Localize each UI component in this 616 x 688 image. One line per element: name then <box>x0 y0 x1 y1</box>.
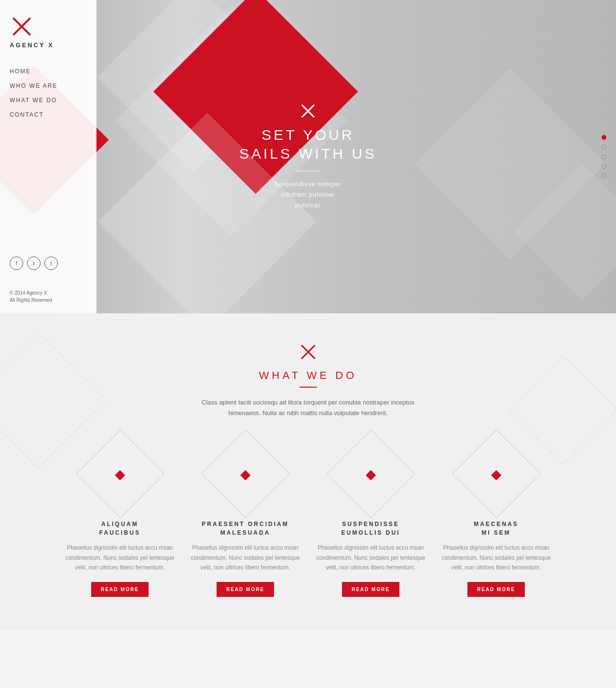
analytics-icon: ◆ <box>491 466 502 482</box>
card-diamond-1: ◆ <box>76 430 164 518</box>
nav-what-we-do[interactable]: WHAT WE DO <box>10 97 87 104</box>
nav-dot-3[interactable] <box>602 154 606 159</box>
card-1-text: Phasellus dignissim elit luctus accu msa… <box>65 543 176 572</box>
card-2: ◆ PRAESENT ORCIDIAMMALESUADA Phasellus d… <box>190 443 301 597</box>
compass-icon: ◆ <box>366 466 376 482</box>
nav-dots <box>602 135 606 178</box>
nav-home[interactable]: HOME <box>10 68 87 75</box>
globe-icon: ◆ <box>115 466 125 482</box>
main-nav: HOME WHO WE ARE WHAT WE DO CONTACT <box>0 68 96 118</box>
section-title: WHAT WE DO <box>10 369 606 382</box>
tumblr-icon[interactable]: t <box>44 256 58 270</box>
card-2-text: Phasellus dignissim elit luctus accu msa… <box>190 543 301 572</box>
hero-section: AGENCY X HOME WHO WE ARE WHAT WE DO CONT… <box>0 0 616 313</box>
section-divider <box>300 387 317 388</box>
card-3: ◆ SUSPENDISSEEUMOLLIS DUI Phasellus dign… <box>315 443 426 597</box>
card-diamond-2: ◆ <box>201 430 290 518</box>
card-1: ◆ ALIQUAMFAUCIBUS Phasellus dignissim el… <box>65 443 176 597</box>
section-description: Class aptent taciti sociosqu ad litora t… <box>188 397 429 418</box>
chat-icon: ◆ <box>240 466 251 482</box>
sidebar: AGENCY X HOME WHO WE ARE WHAT WE DO CONT… <box>0 0 96 313</box>
card-3-text: Phasellus dignissim elit luctus accu msa… <box>315 543 426 572</box>
logo: AGENCY X <box>0 0 96 54</box>
card-2-title: PRAESENT ORCIDIAMMALESUADA <box>190 520 301 537</box>
hero-divider <box>296 171 320 171</box>
hero-content: SET YOUR SAILS WITH US Suspendisse sempe… <box>239 102 377 211</box>
copyright: © 2014 Agency XAll Rights Reserved <box>10 289 52 304</box>
nav-dot-1[interactable] <box>602 135 606 140</box>
card-1-btn[interactable]: READ MORE <box>91 582 149 597</box>
card-3-btn[interactable]: READ MORE <box>342 582 399 597</box>
nav-dot-4[interactable] <box>602 164 606 169</box>
card-4-title: MAECENASMI SEM <box>441 520 552 537</box>
facebook-icon[interactable]: f <box>10 256 23 270</box>
cards-row: ◆ ALIQUAMFAUCIBUS Phasellus dignissim el… <box>43 443 574 597</box>
hero-subtitle: Suspendisse semper nibdiam pulvinar pulv… <box>239 179 377 211</box>
hero-title: SET YOUR SAILS WITH US <box>239 125 377 163</box>
nav-dot-5[interactable] <box>602 174 606 178</box>
hero-x-logo <box>299 102 316 120</box>
card-3-title: SUSPENDISSEEUMOLLIS DUI <box>315 520 426 537</box>
card-2-btn[interactable]: READ MORE <box>217 582 274 597</box>
brand-name: AGENCY X <box>10 41 54 49</box>
logo-x-icon <box>10 14 34 39</box>
card-diamond-4: ◆ <box>452 430 541 518</box>
section-x-logo <box>299 342 318 362</box>
social-icons: f t t <box>10 256 58 270</box>
card-4: ◆ MAECENASMI SEM Phasellus dignissim eli… <box>441 443 552 597</box>
card-4-text: Phasellus dignissim elit luctus accu msa… <box>441 543 552 572</box>
card-4-btn[interactable]: READ MORE <box>467 582 525 597</box>
nav-dot-2[interactable] <box>602 145 606 149</box>
nav-contact[interactable]: CONTACT <box>10 111 87 118</box>
twitter-icon[interactable]: t <box>27 256 41 270</box>
card-diamond-3: ◆ <box>327 430 415 518</box>
nav-who-we-are[interactable]: WHO WE ARE <box>10 82 87 89</box>
what-we-do-section: WHAT WE DO Class aptent taciti sociosqu … <box>0 313 616 631</box>
card-1-title: ALIQUAMFAUCIBUS <box>65 520 176 537</box>
